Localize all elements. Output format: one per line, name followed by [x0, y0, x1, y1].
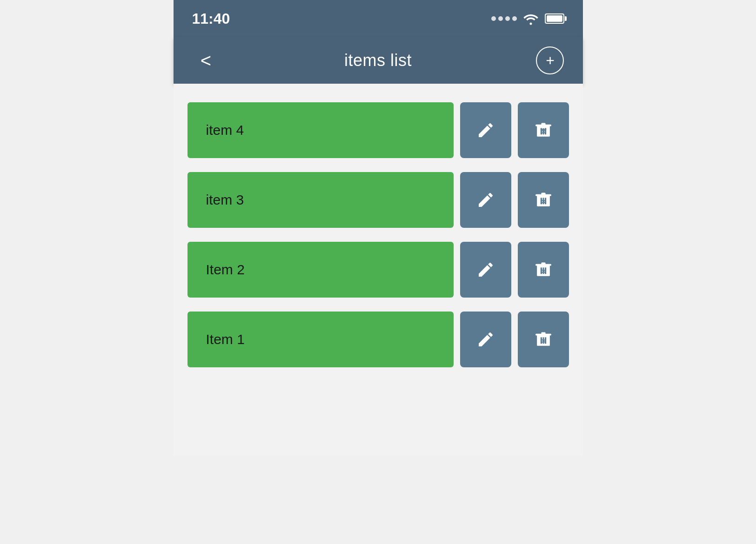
delete-button-1[interactable]: ✕	[518, 312, 569, 367]
phone-frame: 11:40 < items list +	[174, 0, 583, 456]
svg-text:✕: ✕	[541, 338, 545, 345]
delete-icon: ✕	[535, 191, 552, 209]
edit-button-3[interactable]	[460, 172, 511, 228]
add-button[interactable]: +	[536, 46, 564, 74]
svg-rect-2	[535, 125, 551, 126]
content-area: item 4 ✕	[174, 84, 583, 456]
edit-icon	[476, 191, 495, 209]
edit-icon	[476, 121, 495, 139]
page-title: items list	[344, 51, 412, 70]
back-button[interactable]: <	[192, 46, 220, 74]
delete-button-2[interactable]: ✕	[518, 242, 569, 298]
edit-icon	[476, 260, 495, 279]
status-bar: 11:40	[174, 0, 583, 37]
delete-button-3[interactable]: ✕	[518, 172, 569, 228]
nav-bar: < items list +	[174, 37, 583, 84]
delete-icon: ✕	[535, 121, 552, 139]
delete-icon: ✕	[535, 260, 552, 279]
signal-dot-3	[505, 16, 510, 21]
svg-rect-11	[535, 194, 551, 196]
signal-dot-4	[512, 16, 517, 21]
item-label-1[interactable]: Item 1	[187, 312, 454, 367]
status-icons	[491, 12, 564, 25]
edit-button-1[interactable]	[460, 312, 511, 367]
list-item: Item 1 ✕	[187, 312, 569, 367]
item-label-2[interactable]: Item 2	[187, 242, 454, 298]
add-icon: +	[546, 53, 555, 68]
signal-dot-1	[491, 16, 496, 21]
signal-dots	[491, 16, 517, 21]
status-time: 11:40	[192, 10, 230, 27]
svg-text:✕: ✕	[541, 199, 545, 205]
edit-button-4[interactable]	[460, 102, 511, 158]
list-item: item 4 ✕	[187, 102, 569, 158]
list-item: item 3 ✕	[187, 172, 569, 228]
edit-button-2[interactable]	[460, 242, 511, 298]
svg-rect-18	[535, 264, 551, 266]
svg-text:✕: ✕	[541, 129, 545, 135]
battery-icon	[545, 13, 564, 24]
delete-button-4[interactable]: ✕	[518, 102, 569, 158]
wifi-icon	[522, 12, 539, 25]
item-label-3[interactable]: item 3	[187, 172, 454, 228]
list-item: Item 2 ✕	[187, 242, 569, 298]
edit-icon	[476, 330, 495, 349]
battery-fill	[547, 15, 562, 22]
item-label-4[interactable]: item 4	[187, 102, 454, 158]
svg-rect-25	[535, 334, 551, 336]
back-icon: <	[201, 50, 211, 71]
signal-dot-2	[498, 16, 503, 21]
delete-icon: ✕	[535, 330, 552, 349]
svg-text:✕: ✕	[541, 268, 545, 275]
